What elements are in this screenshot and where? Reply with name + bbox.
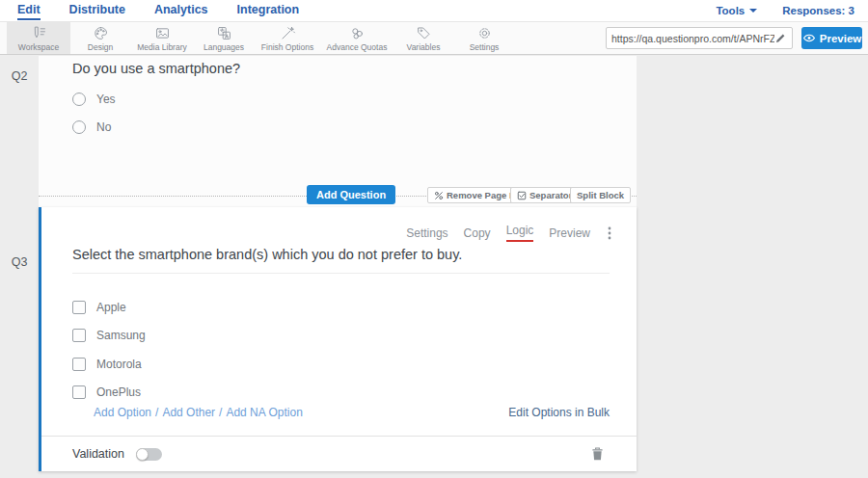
- workspace-toolbar: Workspace Design Media Library Languages…: [0, 21, 868, 55]
- toolbar-item-variables[interactable]: Variables: [393, 22, 454, 54]
- toolbar-label: Settings: [470, 42, 500, 52]
- nav-analytics[interactable]: Analytics: [154, 1, 208, 20]
- toolbar-item-settings[interactable]: Settings: [454, 22, 514, 54]
- add-option-links: Add Option / Add Other / Add NA Option: [94, 406, 303, 419]
- caret-down-icon: [749, 9, 757, 13]
- q2-option-yes: Yes: [72, 91, 116, 108]
- toolbar-label: Advance Quotas: [327, 42, 388, 52]
- separator-label: Separator: [529, 190, 572, 200]
- checked-box-icon: [517, 191, 527, 200]
- split-block-label: Split Block: [577, 190, 624, 200]
- question-number-q2: Q2: [0, 69, 39, 83]
- top-nav: Edit Distribute Analytics Integration To…: [0, 0, 868, 21]
- nav-distribute[interactable]: Distribute: [69, 1, 125, 20]
- remove-page-break-icon: [434, 191, 444, 200]
- survey-page-column: Do you use a smartphone? Yes No Add Ques…: [39, 56, 637, 471]
- toolbar-label: Finish Options: [261, 42, 313, 52]
- tab-logic[interactable]: Logic: [506, 224, 534, 242]
- q2-option-no: No: [72, 119, 111, 136]
- survey-url-input[interactable]: [611, 33, 774, 44]
- question-action-tabs: Settings Copy Logic Preview: [406, 224, 611, 242]
- q3-option-apple: Apple: [72, 299, 126, 316]
- q3-option-oneplus: OnePlus: [72, 384, 141, 401]
- q3-option-samsung: Samsung: [72, 327, 146, 344]
- validation-label: Validation: [72, 447, 124, 461]
- responses-link[interactable]: Responses: 3: [782, 5, 854, 16]
- toolbar-label: Workspace: [18, 42, 59, 52]
- option-label[interactable]: Samsung: [96, 329, 146, 342]
- more-options-kebab-icon[interactable]: [608, 226, 611, 240]
- toolbar-item-finish-options[interactable]: Finish Options: [254, 22, 321, 54]
- option-label[interactable]: Yes: [96, 93, 116, 106]
- tab-copy[interactable]: Copy: [464, 226, 491, 240]
- option-links-row: Add Option / Add Other / Add NA Option E…: [94, 406, 610, 419]
- tools-menu[interactable]: Tools: [716, 5, 757, 16]
- add-na-option-link[interactable]: Add NA Option: [226, 406, 302, 419]
- toolbar-item-advance-quotas[interactable]: Advance Quotas: [321, 22, 393, 54]
- option-label[interactable]: Apple: [96, 301, 126, 314]
- translate-icon: [216, 25, 232, 41]
- toolbar-item-languages[interactable]: Languages: [194, 22, 254, 54]
- rings-icon: [349, 25, 366, 41]
- toolbar-label: Languages: [203, 42, 244, 52]
- split-block-button[interactable]: Split Block: [570, 187, 631, 203]
- checkbox[interactable]: [72, 329, 86, 342]
- q3-question-text[interactable]: Select the smartphone brand(s) which you…: [72, 247, 610, 274]
- preview-label: Preview: [820, 33, 861, 44]
- toolbar-label: Design: [88, 42, 113, 52]
- eye-icon: [802, 33, 816, 43]
- toolbar-label: Media Library: [137, 42, 187, 52]
- toolbar-label: Variables: [407, 42, 441, 52]
- tools-label: Tools: [716, 5, 745, 16]
- pencil-icon[interactable]: [774, 32, 787, 44]
- add-other-link[interactable]: Add Other: [162, 406, 215, 419]
- top-nav-menu: Edit Distribute Analytics Integration: [0, 1, 299, 20]
- nav-edit[interactable]: Edit: [17, 1, 41, 20]
- separator-button[interactable]: Separator: [510, 187, 579, 203]
- palette-icon: [93, 25, 109, 41]
- link-separator: /: [219, 406, 222, 419]
- add-question-button[interactable]: Add Question: [307, 185, 395, 204]
- gear-icon: [476, 25, 493, 41]
- option-label[interactable]: OnePlus: [96, 385, 141, 399]
- option-label[interactable]: Motorola: [96, 358, 142, 371]
- option-label[interactable]: No: [96, 120, 111, 134]
- q3-option-motorola: Motorola: [72, 356, 142, 373]
- workspace-icon: [31, 25, 47, 41]
- toggle-knob: [136, 448, 149, 461]
- toolbar-item-media-library[interactable]: Media Library: [130, 22, 194, 54]
- nav-integration[interactable]: Integration: [237, 1, 300, 20]
- tab-settings[interactable]: Settings: [406, 226, 448, 240]
- question-number-q3: Q3: [0, 255, 39, 269]
- link-separator: /: [155, 406, 158, 419]
- q2-question-text[interactable]: Do you use a smartphone?: [72, 61, 240, 76]
- top-nav-right: Tools Responses: 3: [716, 5, 868, 16]
- radio-button[interactable]: [72, 120, 86, 134]
- survey-url-box: [606, 27, 793, 49]
- add-option-link[interactable]: Add Option: [94, 406, 151, 419]
- q3-question-card: Settings Copy Logic Preview Select the s…: [39, 207, 637, 471]
- toolbar-item-design[interactable]: Design: [70, 22, 130, 54]
- preview-button[interactable]: Preview: [801, 27, 862, 49]
- checkbox[interactable]: [72, 385, 86, 399]
- image-icon: [154, 25, 171, 41]
- toolbar-item-workspace[interactable]: Workspace: [7, 22, 70, 54]
- wand-icon: [280, 25, 296, 41]
- questionpro-editor: Edit Distribute Analytics Integration To…: [0, 0, 868, 478]
- edit-options-in-bulk-link[interactable]: Edit Options in Bulk: [508, 406, 610, 419]
- checkbox[interactable]: [72, 358, 86, 371]
- validation-row: Validation: [41, 436, 637, 471]
- validation-toggle[interactable]: [136, 448, 162, 461]
- tab-preview[interactable]: Preview: [549, 226, 590, 240]
- checkbox[interactable]: [72, 301, 86, 314]
- delete-question-trash-icon[interactable]: [591, 447, 604, 462]
- radio-button[interactable]: [72, 93, 86, 106]
- tag-icon: [416, 25, 432, 41]
